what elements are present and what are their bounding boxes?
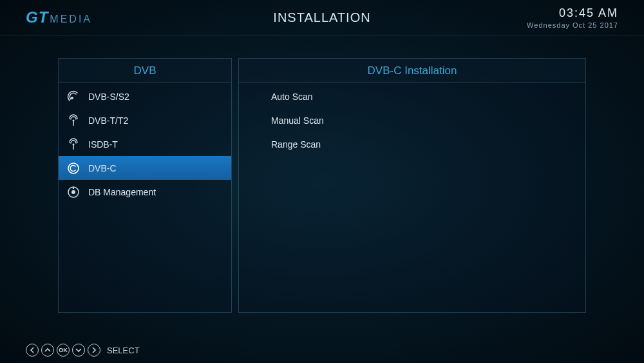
menu-label: ISDB-T: [88, 139, 118, 150]
left-panel-title: DVB: [59, 59, 231, 83]
clock-time: 03:45 AM: [527, 6, 618, 20]
right-panel: DVB-C Installation Auto Scan Manual Scan…: [238, 58, 586, 313]
arrow-left-icon: [26, 344, 39, 357]
sub-item-autoscan[interactable]: Auto Scan: [239, 84, 585, 108]
footer-hints: OK SELECT: [26, 344, 140, 357]
antenna-icon: [66, 113, 80, 128]
ok-icon: OK: [57, 344, 70, 357]
menu-label: DVB-C: [88, 163, 117, 173]
clock: 03:45 AM Wednesday Oct 25 2017: [527, 6, 618, 29]
clock-date: Wednesday Oct 25 2017: [527, 21, 618, 29]
brand-logo: GT MEDIA: [26, 8, 92, 26]
svg-point-0: [71, 97, 73, 99]
antenna-icon: [66, 137, 80, 152]
db-icon: [66, 185, 80, 199]
page-title: INSTALLATION: [273, 10, 370, 25]
sub-item-manualscan[interactable]: Manual Scan: [239, 108, 585, 132]
menu-item-dvbt[interactable]: DVB-T/T2: [59, 108, 231, 132]
header: GT MEDIA INSTALLATION 03:45 AM Wednesday…: [0, 0, 644, 35]
right-panel-title: DVB-C Installation: [239, 59, 585, 83]
svg-point-8: [73, 187, 74, 188]
sub-label: Manual Scan: [271, 115, 324, 126]
menu-item-isdbt[interactable]: ISDB-T: [59, 132, 231, 156]
footer-label: SELECT: [107, 346, 140, 355]
sub-label: Auto Scan: [271, 92, 313, 102]
arrow-up-icon: [41, 344, 54, 357]
menu-item-db[interactable]: DB Management: [59, 180, 231, 204]
menu-label: DB Management: [88, 187, 156, 197]
content: DVB DVB-S/S2: [0, 35, 644, 326]
arrow-down-icon: [72, 344, 85, 357]
left-panel: DVB DVB-S/S2: [58, 58, 232, 313]
right-panel-body: Auto Scan Manual Scan Range Scan: [239, 83, 585, 312]
menu-label: DVB-T/T2: [88, 115, 128, 126]
brand-prefix: GT: [26, 8, 48, 26]
left-panel-body: DVB-S/S2 DVB-T/T2: [59, 83, 231, 312]
arrow-right-icon: [88, 344, 100, 357]
sub-item-rangescan[interactable]: Range Scan: [239, 132, 585, 156]
menu-item-dvbc[interactable]: DVB-C: [59, 156, 231, 180]
menu-label: DVB-S/S2: [88, 92, 129, 102]
cable-icon: [66, 161, 80, 175]
brand-suffix: MEDIA: [50, 14, 92, 25]
svg-point-7: [71, 190, 75, 194]
satellite-icon: [66, 90, 80, 104]
sub-label: Range Scan: [271, 139, 321, 150]
menu-item-dvbs[interactable]: DVB-S/S2: [59, 84, 231, 108]
